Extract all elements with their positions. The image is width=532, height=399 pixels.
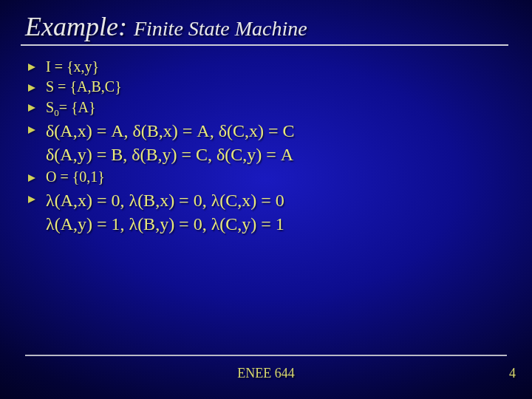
footer-rule bbox=[25, 355, 507, 356]
bullet-states: S = {A,B,C} bbox=[27, 78, 507, 97]
bullet-inputs: I = {x,y} bbox=[27, 58, 507, 77]
bullet-text-pre: S bbox=[46, 99, 54, 115]
bullet-list: I = {x,y} S = {A,B,C} S0= {A} δ(A,x) = A… bbox=[25, 58, 507, 236]
bullet-outputs: O = {0,1} bbox=[27, 168, 507, 187]
bullet-text: O = {0,1} bbox=[46, 168, 105, 185]
bullet-line: δ(A,x) = A, δ(B,x) = A, δ(C,x) = C bbox=[46, 121, 295, 140]
bullet-text-post: = {A} bbox=[59, 99, 96, 115]
footer-course: ENEE 644 bbox=[0, 366, 532, 381]
bullet-line: λ(A,y) = 1, λ(B,y) = 0, λ(C,y) = 1 bbox=[46, 214, 284, 233]
bullet-line: λ(A,x) = 0, λ(B,x) = 0, λ(C,x) = 0 bbox=[46, 191, 284, 210]
title-main: Example: bbox=[25, 12, 127, 41]
slide: Example: Finite State Machine I = {x,y} … bbox=[0, 0, 532, 399]
title-sub: Finite State Machine bbox=[134, 17, 307, 40]
bullet-transition-function: δ(A,x) = A, δ(B,x) = A, δ(C,x) = C δ(A,y… bbox=[27, 119, 507, 167]
bullet-text: I = {x,y} bbox=[46, 58, 99, 75]
slide-title: Example: Finite State Machine bbox=[25, 13, 507, 41]
page-number: 4 bbox=[509, 366, 516, 381]
title-underline bbox=[21, 44, 508, 46]
bullet-line: δ(A,y) = B, δ(B,y) = C, δ(C,y) = A bbox=[46, 145, 293, 164]
bullet-initial-state: S0= {A} bbox=[27, 98, 507, 117]
bullet-output-function: λ(A,x) = 0, λ(B,x) = 0, λ(C,x) = 0 λ(A,y… bbox=[27, 188, 507, 236]
bullet-text: S = {A,B,C} bbox=[46, 78, 122, 95]
